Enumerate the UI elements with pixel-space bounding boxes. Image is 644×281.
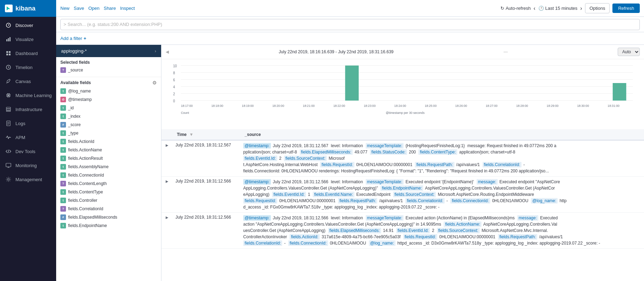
new-button[interactable]: New	[60, 6, 69, 11]
field-item-actionname[interactable]: t fields.ActionName	[56, 146, 161, 154]
field-name: fields.ActionName	[68, 148, 102, 152]
table-header: Time ▼ _source	[161, 129, 644, 140]
time-cell-3: July 22nd 2019, 18:31:12.566	[173, 213, 240, 249]
sidebar-item-dashboard[interactable]: Dashboard	[0, 46, 56, 60]
sidebar-item-apm[interactable]: APM	[0, 130, 56, 144]
expand-button-1[interactable]: ▶	[164, 143, 170, 147]
timestamp-key-3: @timestamp:	[243, 215, 271, 221]
svg-rect-11	[6, 107, 11, 109]
field-name: _type	[68, 131, 78, 136]
field-name: fields.ElapsedMilliseconds	[68, 215, 117, 220]
open-button[interactable]: Open	[88, 6, 100, 11]
left-panel: applogging-* › Selected fields ? _source…	[56, 45, 161, 281]
sidebar-item-infrastructure[interactable]: Infrastructure	[0, 102, 56, 116]
field-item-controller[interactable]: t fields.Controller	[56, 196, 161, 205]
file-text-icon	[5, 120, 12, 127]
sidebar-item-dashboard-label: Dashboard	[15, 51, 38, 56]
field-item-id[interactable]: t _id	[56, 104, 161, 112]
sidebar-item-logs[interactable]: Logs	[0, 116, 56, 130]
share-button[interactable]: Share	[104, 6, 116, 11]
sidebar-item-monitoring[interactable]: Monitoring	[0, 158, 56, 172]
svg-text:18:26:00: 18:26:00	[455, 104, 467, 108]
time-col-header[interactable]: Time ▼	[173, 129, 240, 140]
sidebar-item-visualize[interactable]: Visualize	[0, 32, 56, 46]
sidebar-item-dev-tools[interactable]: Dev Tools	[0, 144, 56, 158]
expand-button-3[interactable]: ▶	[164, 215, 170, 219]
cpu-icon	[5, 92, 12, 99]
svg-rect-4	[6, 51, 8, 53]
chart-bar-main	[345, 66, 359, 101]
sidebar-item-discover-label: Discover	[15, 23, 33, 28]
index-selector[interactable]: applogging-* ›	[56, 45, 161, 57]
field-item-endpointname[interactable]: t fields.EndpointName	[56, 221, 161, 230]
expand-cell-1[interactable]: ▶	[161, 140, 173, 177]
field-item-elapsedms[interactable]: # fields.ElapsedMilliseconds	[56, 213, 161, 221]
sidebar-item-discover[interactable]: Discover	[0, 18, 56, 32]
field-type-t-icon: t	[60, 156, 66, 161]
svg-rect-12	[6, 109, 11, 110]
fields-list: t @log_name ⏱ @timestamp t _id t _index …	[56, 87, 161, 281]
index-chevron-icon[interactable]: ›	[155, 48, 156, 54]
next-time-button[interactable]: ›	[580, 5, 582, 12]
monitor-icon	[5, 162, 12, 169]
sidebar-item-canvas[interactable]: Canvas	[0, 74, 56, 88]
source-cell-3: @timestamp: July 22nd 2019, 18:31:12.566…	[240, 213, 644, 249]
svg-text:6: 6	[173, 78, 175, 82]
field-item-log-name[interactable]: t @log_name	[56, 87, 161, 95]
search-input[interactable]	[68, 22, 637, 27]
svg-rect-7	[9, 54, 11, 55]
sidebar-item-logs-label: Logs	[15, 121, 25, 126]
field-source-name: _source	[68, 68, 83, 73]
svg-text:18:29:00: 18:29:00	[547, 104, 559, 108]
svg-rect-13	[6, 111, 11, 111]
field-item-score[interactable]: # _score	[56, 121, 161, 129]
options-button[interactable]: Options	[585, 3, 610, 13]
field-name: @log_name	[68, 89, 91, 94]
auto-refresh-button[interactable]: ↻ Auto-refresh	[500, 6, 531, 11]
field-item-timestamp[interactable]: ⏱ @timestamp	[56, 95, 161, 104]
sidebar-logo[interactable]: kibana	[0, 0, 56, 17]
sidebar-item-infrastructure-label: Infrastructure	[15, 107, 42, 112]
expand-col-header	[161, 129, 173, 140]
svg-text:18:23:00: 18:23:00	[364, 104, 376, 108]
prev-time-button[interactable]: ‹	[533, 5, 535, 12]
field-name: _score	[68, 122, 81, 127]
sidebar-item-timelion[interactable]: Timelion	[0, 60, 56, 74]
field-name: fields.ActionResult	[68, 156, 103, 161]
time-cell-1: July 22nd 2019, 18:31:12.567	[173, 140, 240, 177]
refresh-button[interactable]: Refresh	[612, 4, 640, 13]
add-filter-button[interactable]: Add a filter +	[60, 36, 86, 41]
time-cell-2: July 22nd 2019, 18:31:12.566	[173, 177, 240, 213]
svg-text:18:17:00: 18:17:00	[181, 104, 193, 108]
expand-cell-2[interactable]: ▶	[161, 177, 173, 213]
results-area[interactable]: Time ▼ _source ▶ July 22nd 2019, 18:31:1…	[161, 129, 644, 281]
gear-icon[interactable]: ⚙	[152, 80, 157, 85]
field-type-t-icon: t	[60, 198, 66, 203]
field-name: _index	[68, 114, 80, 119]
expand-button-2[interactable]: ▶	[164, 179, 170, 183]
field-item-connectionid[interactable]: t fields.ConnectionId	[56, 171, 161, 179]
chart-interval-select[interactable]: Auto 1s 30s 1m 5m	[618, 48, 640, 56]
field-item-type[interactable]: t _type	[56, 129, 161, 137]
field-item-correlationid[interactable]: ? fields.CorrelationId	[56, 205, 161, 213]
svg-text:18:18:00: 18:18:00	[211, 104, 223, 108]
inspect-button[interactable]: Inspect	[120, 6, 135, 11]
field-type-q-icon: ?	[60, 181, 66, 186]
field-item-actionresult[interactable]: t fields.ActionResult	[56, 154, 161, 163]
sidebar-item-machine-learning[interactable]: Machine Learning	[0, 88, 56, 102]
field-item-contentlength[interactable]: ? fields.ContentLength	[56, 179, 161, 188]
field-item-actionid[interactable]: t fields.ActionId	[56, 137, 161, 146]
search-wrap[interactable]: >	[60, 19, 640, 30]
field-type-t-icon: t	[60, 164, 66, 170]
field-item-index[interactable]: t _index	[56, 112, 161, 121]
sidebar-item-management[interactable]: Management	[0, 172, 56, 186]
save-button[interactable]: Save	[74, 6, 84, 11]
collapse-panel-btn[interactable]: ◀	[166, 49, 169, 54]
expand-cell-3[interactable]: ▶	[161, 213, 173, 249]
field-name: fields.ContentLength	[68, 181, 107, 186]
svg-text:18:28:00: 18:28:00	[516, 104, 528, 108]
field-item-contenttype[interactable]: t fields.ContentType	[56, 188, 161, 196]
brush-icon	[5, 78, 12, 85]
field-item-assemblyname[interactable]: t fields.AssemblyName	[56, 163, 161, 171]
table-row: ▶ July 22nd 2019, 18:31:12.566 @timestam…	[161, 177, 644, 213]
